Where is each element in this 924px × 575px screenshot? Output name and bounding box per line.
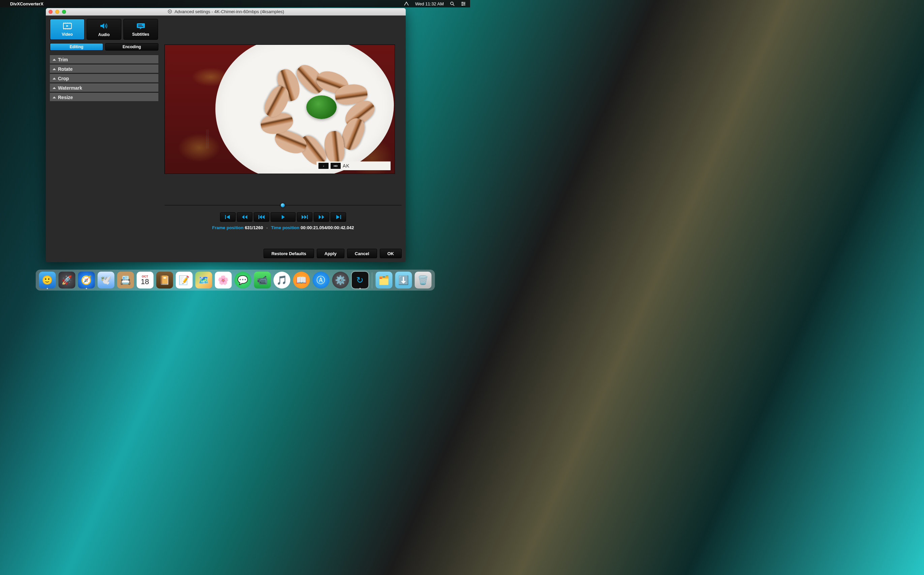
menubar-clock[interactable]: Wed 11:32 AM — [415, 2, 444, 6]
dock-itunes[interactable]: 🎵 — [273, 272, 290, 289]
audio-icon — [99, 22, 109, 31]
svg-rect-15 — [64, 28, 64, 29]
dock-maps[interactable]: 🗺️ — [195, 272, 212, 289]
go-end-button[interactable] — [330, 212, 346, 222]
menubar-extra-icon[interactable] — [404, 2, 409, 6]
dock-photos[interactable]: 🌸 — [215, 272, 232, 289]
dock-launchpad[interactable]: 🚀 — [58, 272, 75, 289]
mac-dock: 🙂 🚀 🧭 🕊️ 📇 OCT18 📔 📝 🗺️ 🌸 💬 📹 🎵 📖 Ⓐ ⚙️ ↻… — [35, 270, 435, 291]
svg-point-8 — [168, 10, 171, 13]
dock-downloads-folder[interactable]: ⬇️ — [395, 272, 412, 289]
preview-watermark-overlay: ♪ HD AK — [316, 162, 391, 170]
fast-forward-button[interactable] — [314, 212, 329, 222]
disclosure-triangle-icon — [52, 96, 56, 98]
subtab-encoding[interactable]: Encoding — [105, 43, 159, 51]
time-position-label: Time position — [271, 225, 299, 230]
dock-messages[interactable]: 💬 — [234, 272, 251, 289]
dock-contacts[interactable]: 📇 — [117, 272, 134, 289]
advanced-settings-window: Advanced settings - 4K-Chimei-inn-60mbps… — [46, 8, 406, 262]
frame-position-value: 631/1260 — [244, 225, 263, 230]
tab-subtitles-label: Subtitles — [132, 32, 149, 37]
next-frame-button[interactable] — [297, 212, 313, 222]
svg-rect-22 — [225, 215, 226, 219]
dock-calendar[interactable]: OCT18 — [137, 272, 153, 289]
dock-notes[interactable]: 📔 — [156, 272, 173, 289]
dialog-footer: Restore Defaults Apply Cancel OK — [50, 241, 402, 258]
accordion-rotate[interactable]: Rotate — [50, 65, 159, 73]
settings-gear-icon — [167, 9, 172, 15]
tab-audio[interactable]: Audio — [87, 19, 121, 40]
control-center-icon[interactable] — [460, 2, 466, 6]
rewind-button[interactable] — [237, 212, 252, 222]
svg-point-0 — [451, 2, 453, 5]
disclosure-triangle-icon — [52, 59, 56, 61]
svg-point-6 — [464, 3, 465, 5]
window-titlebar[interactable]: Advanced settings - 4K-Chimei-inn-60mbps… — [46, 8, 406, 16]
svg-rect-12 — [65, 22, 67, 24]
restore-defaults-button[interactable]: Restore Defaults — [264, 249, 314, 258]
svg-rect-19 — [137, 23, 145, 28]
svg-rect-25 — [340, 215, 341, 219]
play-button[interactable] — [271, 212, 295, 222]
tab-video-label: Video — [62, 32, 73, 37]
tab-subtitles[interactable]: Subtitles — [123, 19, 158, 40]
svg-rect-24 — [307, 215, 308, 219]
disclosure-triangle-icon — [52, 87, 56, 89]
svg-rect-11 — [64, 22, 64, 24]
left-panel: Editing Encoding Trim Rotate Crop Waterm… — [50, 43, 159, 241]
tab-audio-label: Audio — [98, 32, 110, 37]
window-zoom-button[interactable] — [62, 10, 66, 14]
prev-frame-button[interactable] — [254, 212, 269, 222]
svg-point-5 — [462, 2, 463, 3]
svg-rect-13 — [67, 22, 68, 24]
video-preview[interactable]: ♪ HD AK — [164, 44, 395, 174]
dock-mail[interactable]: 🕊️ — [97, 272, 114, 289]
timeline-slider[interactable] — [164, 203, 402, 208]
window-title: Advanced settings - 4K-Chimei-inn-60mbps… — [46, 9, 406, 15]
svg-rect-17 — [67, 28, 68, 29]
video-icon — [62, 22, 73, 31]
svg-rect-14 — [70, 22, 70, 24]
time-position-value: 00:00:21.054/00:00:42.042 — [301, 225, 354, 230]
ok-button[interactable]: OK — [380, 249, 402, 258]
frame-position-label: Frame position — [212, 225, 244, 230]
disclosure-triangle-icon — [52, 68, 56, 70]
window-minimize-button[interactable] — [55, 10, 59, 14]
timeline-thumb[interactable] — [281, 203, 285, 207]
dock-system-preferences[interactable]: ⚙️ — [332, 272, 349, 289]
window-close-button[interactable] — [49, 10, 52, 14]
panel-resize-handle[interactable] — [206, 129, 209, 148]
subtab-editing[interactable]: Editing — [50, 43, 103, 51]
dock-ibooks[interactable]: 📖 — [293, 272, 310, 289]
accordion-trim[interactable]: Trim — [50, 55, 159, 64]
dock-finder[interactable]: 🙂 — [39, 272, 56, 289]
svg-point-7 — [462, 5, 463, 6]
accordion-watermark[interactable]: Watermark — [50, 84, 159, 92]
go-start-button[interactable] — [220, 212, 235, 222]
apply-button[interactable]: Apply — [317, 249, 345, 258]
subtitles-icon — [136, 22, 146, 31]
menubar-app-name[interactable]: DivXConverterX — [10, 2, 43, 6]
svg-rect-18 — [70, 28, 70, 29]
svg-point-9 — [169, 11, 170, 12]
media-type-tabs: Video Audio Subtitles — [50, 19, 402, 40]
disclosure-triangle-icon — [52, 78, 56, 79]
transport-controls — [164, 212, 402, 222]
dock-reminders[interactable]: 📝 — [176, 272, 192, 289]
tab-video[interactable]: Video — [50, 19, 84, 40]
cancel-button[interactable]: Cancel — [347, 249, 377, 258]
right-panel: ♪ HD AK — [164, 43, 402, 241]
accordion-crop[interactable]: Crop — [50, 74, 159, 82]
dock-trash[interactable]: 🗑️ — [414, 272, 431, 289]
accordion-resize[interactable]: Resize — [50, 93, 159, 101]
dock-safari[interactable]: 🧭 — [78, 272, 95, 289]
position-readout: Frame position 631/1260 - Time position … — [164, 225, 402, 230]
dock-appstore[interactable]: Ⓐ — [313, 272, 329, 289]
svg-line-1 — [453, 5, 454, 6]
spotlight-icon[interactable] — [450, 2, 455, 6]
mac-menubar: DivXConverterX Wed 11:32 AM — [0, 0, 470, 7]
dock-divxconverterx[interactable]: ↻ — [351, 272, 368, 289]
dock-facetime[interactable]: 📹 — [254, 272, 271, 289]
dock-applications-folder[interactable]: 🗂️ — [375, 272, 392, 289]
svg-rect-16 — [65, 28, 67, 29]
